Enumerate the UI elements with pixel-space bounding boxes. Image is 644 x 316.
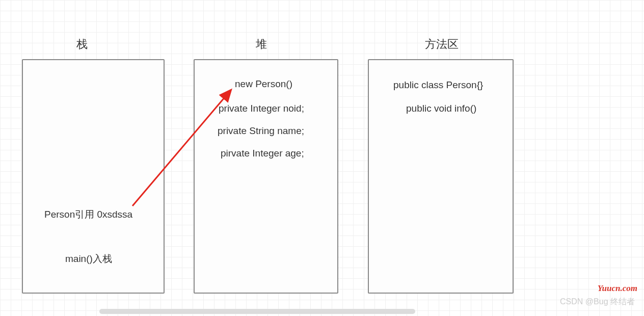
method-class-text: public class Person{} [393,80,483,91]
stack-title: 栈 [76,37,88,52]
heap-new-text: new Person() [235,78,292,90]
watermark-csdn: CSDN @Bug 终结者 [560,297,635,307]
heap-field-age: pirvate Integer age; [221,148,304,159]
heap-title: 堆 [256,37,267,52]
method-area-title: 方法区 [425,37,459,52]
method-area-box [368,59,514,294]
horizontal-scrollbar[interactable] [99,309,415,314]
heap-field-noid: private Integer noid; [219,103,304,114]
heap-box [194,59,338,294]
stack-main-text: main()入栈 [65,252,112,266]
stack-ref-text: Person引用 0xsdssa [44,208,132,221]
watermark-yuucn: Yuucn.com [598,283,637,294]
heap-field-name: private String name; [218,125,304,137]
method-info-text: public void info() [406,103,476,114]
